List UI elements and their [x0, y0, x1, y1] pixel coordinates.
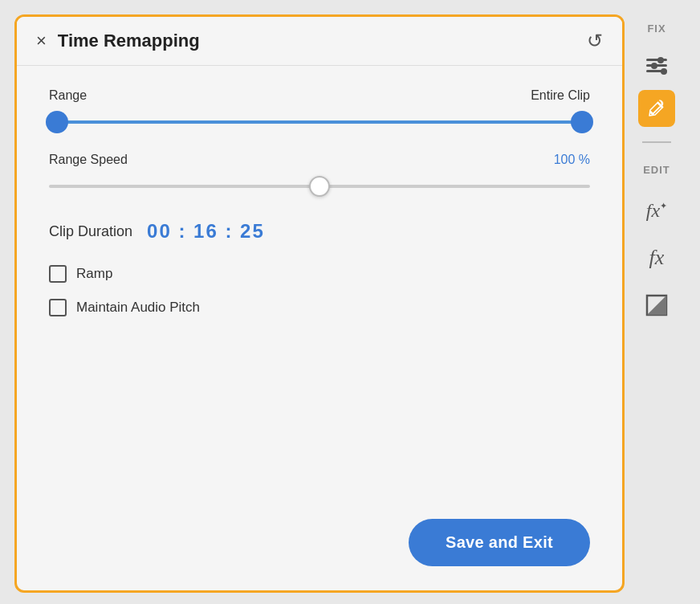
sidebar-fix-label: FIX: [641, 16, 672, 41]
edit-label: EDIT: [643, 164, 670, 176]
sidebar-item-fx-plain[interactable]: fx: [643, 239, 671, 276]
checkbox-section: Ramp Maintain Audio Pitch: [49, 265, 590, 316]
range-labels: Range Entire Clip: [49, 88, 590, 103]
panel-title: Time Remapping: [58, 31, 200, 51]
panel-header: × Time Remapping ↺: [17, 17, 622, 66]
speed-value: 100 %: [554, 153, 590, 167]
wrench-pencil-icon: [646, 98, 667, 119]
panel-body: Range Entire Clip Range Speed 100 %: [17, 66, 622, 590]
ramp-label: Ramp: [76, 266, 112, 282]
ramp-checkbox-item[interactable]: Ramp: [49, 265, 590, 283]
sidebar-item-adjustments[interactable]: [640, 52, 674, 79]
sidebar-divider: [642, 141, 671, 143]
fix-label: FIX: [647, 22, 665, 35]
speed-label: Range Speed: [49, 153, 128, 167]
slider-line-3: [646, 70, 667, 72]
time-remapping-panel: × Time Remapping ↺ Range Entire Clip: [14, 14, 625, 593]
maintain-audio-pitch-label: Maintain Audio Pitch: [76, 300, 200, 316]
crop-icon: [645, 294, 668, 316]
save-button-container: Save and Exit: [49, 519, 590, 566]
speed-thumb[interactable]: [309, 176, 330, 197]
sliders-icon: [646, 59, 667, 72]
clip-duration-label: Clip Duration: [49, 223, 132, 240]
clip-duration-section: Clip Duration 00 : 16 : 25: [49, 220, 590, 243]
slider-line-1: [646, 59, 667, 61]
range-slider[interactable]: [49, 111, 590, 133]
speed-section: Range Speed 100 %: [49, 153, 590, 198]
undo-button[interactable]: ↺: [587, 30, 603, 52]
sidebar-edit-label: EDIT: [637, 157, 677, 182]
range-thumb-right[interactable]: [571, 111, 593, 133]
sidebar-item-crop[interactable]: [639, 288, 674, 323]
fx-icon: fx: [649, 246, 665, 270]
maintain-audio-pitch-checkbox[interactable]: [49, 299, 67, 316]
right-sidebar: FIX EDIT: [625, 0, 689, 339]
ramp-checkbox[interactable]: [49, 265, 67, 283]
speed-header: Range Speed 100 %: [49, 153, 590, 167]
save-and-exit-button[interactable]: Save and Exit: [409, 519, 590, 566]
speed-slider[interactable]: [49, 175, 590, 198]
sidebar-item-tools-active[interactable]: [638, 90, 675, 127]
slider-line-2: [646, 64, 667, 67]
fx-dot-icon: fx✦: [646, 200, 667, 222]
sidebar-item-fx-effects[interactable]: fx✦: [640, 194, 674, 228]
clip-duration-value: 00 : 16 : 25: [147, 220, 265, 243]
close-button[interactable]: ×: [36, 32, 47, 50]
range-section: Range Entire Clip: [49, 88, 590, 133]
entire-clip-label: Entire Clip: [531, 88, 590, 103]
maintain-audio-pitch-checkbox-item[interactable]: Maintain Audio Pitch: [49, 299, 590, 316]
range-thumb-left[interactable]: [46, 111, 68, 133]
range-label: Range: [49, 88, 87, 103]
svg-marker-2: [647, 296, 666, 315]
range-track: [49, 120, 590, 124]
header-left: × Time Remapping: [36, 31, 200, 51]
